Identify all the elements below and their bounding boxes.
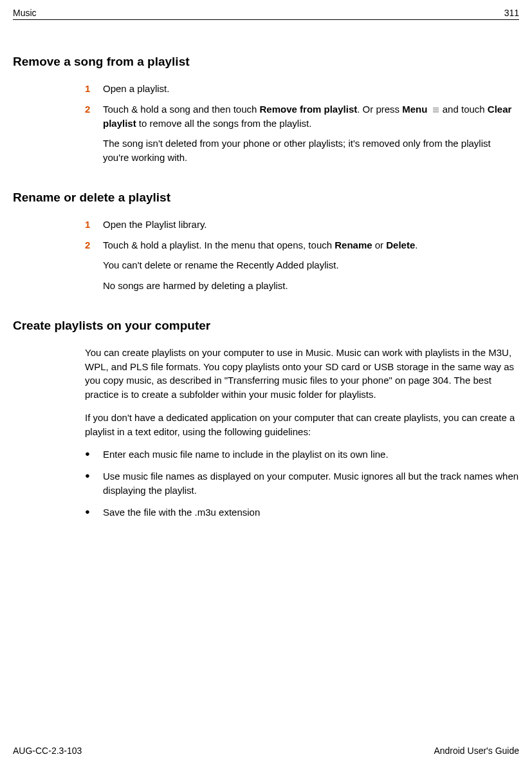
svg-rect-2 [433,111,439,113]
step-text: Touch & hold a playlist. In the menu tha… [103,238,519,252]
page-header: Music 311 [13,8,519,20]
text-fragment: . Or press [357,104,402,115]
page-footer: AUG-CC-2.3-103 Android User's Guide [13,746,519,757]
step-item: 1 Open a playlist. [85,82,519,96]
bullet-text: Save the file with the .m3u extension [103,505,519,520]
step-item: 2 Touch & hold a song and then touch Rem… [85,102,519,131]
bold-menu: Menu [402,104,427,115]
chapter-title: Music [13,8,37,18]
paragraph: If you don't have a dedicated applicatio… [85,411,519,439]
guide-name: Android User's Guide [434,746,519,756]
text-fragment: . [415,239,417,250]
bullet-item: ● Enter each music file name to include … [85,447,519,462]
step-number: 2 [85,102,103,131]
menu-icon [432,106,440,114]
bullet-mark: ● [85,447,103,462]
text-fragment: Touch & hold a playlist. In the menu tha… [103,239,335,250]
section-title: Rename or delete a playlist [13,191,519,205]
text-fragment: Touch & hold a song and then touch [103,104,260,115]
step-number: 1 [85,82,103,96]
svg-rect-1 [433,109,439,111]
step-text: Touch & hold a song and then touch Remov… [103,102,519,131]
section-title: Create playlists on your computer [13,319,519,333]
section-title: Remove a song from a playlist [13,55,519,69]
bullet-item: ● Use music file names as displayed on y… [85,469,519,498]
step-number: 1 [85,218,103,232]
note-text: The song isn't deleted from your phone o… [103,136,519,165]
note-text: You can't delete or rename the Recently … [103,258,519,272]
text-fragment: or [372,239,387,250]
bullet-text: Use music file names as displayed on you… [103,469,519,498]
bullet-item: ● Save the file with the .m3u extension [85,505,519,520]
section-create-playlists: Create playlists on your computer You ca… [13,319,519,520]
doc-id: AUG-CC-2.3-103 [13,746,82,756]
page-content: Remove a song from a playlist 1 Open a p… [13,51,519,746]
bullet-mark: ● [85,505,103,520]
page-number: 311 [504,8,519,18]
note-text: No songs are harmed by deleting a playli… [103,279,519,293]
step-item: 2 Touch & hold a playlist. In the menu t… [85,238,519,252]
bold-rename: Rename [335,239,372,250]
svg-rect-0 [433,108,439,109]
text-fragment: and touch [443,104,488,115]
bold-delete: Delete [386,239,415,250]
text-fragment: to remove all the songs from the playlis… [136,118,312,129]
bullet-text: Enter each music file name to include in… [103,447,519,462]
step-text: Open a playlist. [103,82,519,96]
bullet-mark: ● [85,469,103,498]
paragraph: You can create playlists on your compute… [85,346,519,402]
section-remove-song: Remove a song from a playlist 1 Open a p… [13,55,519,165]
bold-remove-from-playlist: Remove from playlist [260,104,358,115]
step-item: 1 Open the Playlist library. [85,218,519,232]
step-number: 2 [85,238,103,252]
step-text: Open the Playlist library. [103,218,519,232]
section-rename-delete: Rename or delete a playlist 1 Open the P… [13,191,519,293]
